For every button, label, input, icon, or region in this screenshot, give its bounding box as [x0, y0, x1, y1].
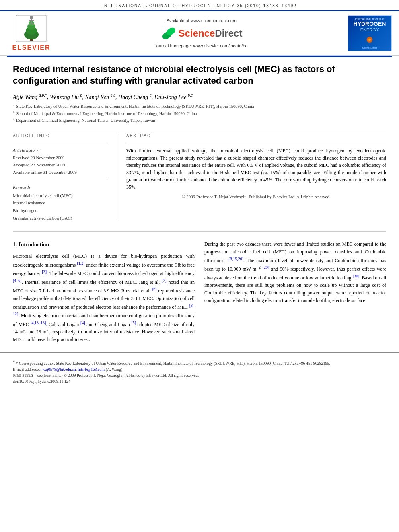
- affiliation-a: a State Key Laboratory of Urban Water Re…: [13, 103, 386, 110]
- keyword-4: Granular activated carbon (GAC): [13, 214, 109, 222]
- author-lee: Duu-Jong Lee: [154, 94, 187, 100]
- aff-sup-a: a: [13, 103, 14, 110]
- ref-minus2: −2: [256, 265, 261, 269]
- ref-5: [5]: [132, 320, 136, 325]
- hj-elsevier-tag: ScienceDirect: [362, 46, 377, 49]
- sciencedirect-leaf-icon: [161, 25, 177, 41]
- footer-inner: * * Corresponding author. State Key Labo…: [13, 356, 386, 384]
- article-history-items: Received 20 November 2009 Accepted 22 No…: [13, 154, 109, 176]
- section-1-num: 1.: [13, 242, 17, 248]
- author-wang: Aijie Wang: [13, 94, 37, 100]
- author-wang-sup: a,b,*: [39, 93, 47, 97]
- affiliation-b: b School of Municipal & Environmental En…: [13, 111, 386, 117]
- author-liu: Wenzong Liu: [50, 94, 79, 100]
- footer-corresponding: * * Corresponding author. State Key Labo…: [13, 359, 386, 366]
- body-content: 1. Introduction Microbial electrolysis c…: [0, 235, 399, 352]
- history-online: Available online 31 December 2009: [13, 169, 109, 176]
- keyword-1: Microbial electrolysis cell (MEC): [13, 192, 109, 199]
- abstract-copyright: © 2009 Professor T. Nejat Veziroglu. Pub…: [126, 194, 386, 200]
- footer-email-line: E-mail addresses: waj0578@hit.edu.cn, hi…: [13, 366, 386, 372]
- body-col-left: 1. Introduction Microbial electrolysis c…: [13, 240, 195, 346]
- elsevier-logo: ELSEVIER: [7, 14, 56, 52]
- hj-energy: ENERGY: [360, 27, 379, 33]
- history-accepted: Accepted 22 November 2009: [13, 162, 109, 169]
- hj-hydrogen: HYDROGEN: [354, 21, 386, 27]
- svg-point-6: [30, 16, 33, 19]
- hydrogen-journal-cover: International Journal of HYDROGEN ENERGY…: [348, 15, 392, 51]
- abstract-col: ABSTRACT With limited external applied v…: [117, 133, 386, 222]
- article-info-col: ARTICLE INFO Article history: Received 2…: [13, 133, 117, 222]
- ref-8-12: [8–12]: [13, 303, 195, 316]
- journal-header-text: INTERNATIONAL JOURNAL OF HYDROGEN ENERGY…: [102, 4, 297, 8]
- ref-6: [6]: [152, 287, 157, 291]
- journal-homepage-text: journal homepage: www.elsevier.com/locat…: [155, 43, 247, 49]
- email-link-1[interactable]: waj0578@hit.edu.cn: [42, 367, 76, 372]
- ref-7: [7]: [162, 278, 167, 283]
- keyword-2: Internal resistance: [13, 199, 109, 207]
- logo-area: ELSEVIER Available at www.sciencedirect.…: [0, 11, 399, 56]
- section-1-title: Introduction: [19, 242, 49, 248]
- keyword-3: Bio-hydrogen: [13, 207, 109, 214]
- hj-cover-graphic-icon: [358, 33, 382, 46]
- keywords-list: Microbial electrolysis cell (MEC) Intern…: [13, 192, 109, 222]
- two-col-body: 1. Introduction Microbial electrolysis c…: [13, 240, 386, 346]
- email-link-2[interactable]: hitsrb@163.com: [78, 367, 105, 372]
- divider-keywords: [13, 180, 109, 180]
- abstract-label: ABSTRACT: [126, 133, 386, 139]
- divider-abstract: [126, 143, 386, 143]
- section-1-heading: 1. Introduction: [13, 240, 195, 249]
- aff-sup-c: c: [13, 117, 14, 124]
- footer-doi: doi:10.1016/j.ijhydene.2009.11.124: [13, 378, 386, 384]
- authors-line: Aijie Wang a,b,*, Wenzong Liu b, Nanqi R…: [13, 92, 386, 101]
- author-lee-sup: b,c: [188, 93, 193, 97]
- author-cheng: Haoyi Cheng: [118, 94, 148, 100]
- sciencedirect-logo: ScienceDirect: [161, 25, 243, 41]
- author-liu-sup: b: [80, 93, 82, 97]
- aff-text-b: School of Municipal & Environmental Engi…: [16, 111, 197, 117]
- sciencedirect-wordmark: ScienceDirect: [179, 27, 243, 40]
- divider-1: [13, 129, 386, 129]
- svg-point-15: [368, 39, 371, 41]
- body-divider: [13, 231, 386, 232]
- keywords-label: Keywords:: [13, 184, 109, 190]
- footer-corresponding-text: * Corresponding author. State Key Labora…: [16, 361, 331, 366]
- corresponding-star: *: [13, 359, 15, 364]
- journal-header: INTERNATIONAL JOURNAL OF HYDROGEN ENERGY…: [0, 0, 399, 11]
- ref-4-6: [4–6]: [13, 278, 22, 283]
- article-info-label: ARTICLE INFO: [13, 133, 109, 139]
- article-title: Reduced internal resistance of microbial…: [13, 64, 386, 86]
- body-para-1: Microbial electrolysis cell (MEC) is a d…: [13, 253, 195, 343]
- author-ren-sup: a,b: [111, 93, 116, 97]
- ref-8-19-20: [8,19,20]: [228, 257, 243, 261]
- author-ren: Nanqi Ren: [85, 94, 109, 100]
- article-history-label: Article history:: [13, 147, 109, 153]
- ref-4b: [4]: [80, 320, 85, 325]
- ref-1-2: [1,2]: [77, 261, 84, 265]
- affiliation-c: c Department of Chemical Engineering, Na…: [13, 117, 386, 124]
- sciencedirect-available-text: Available at www.sciencedirect.com: [167, 18, 237, 24]
- ref-30: [30]: [353, 274, 360, 278]
- ref-3: [3]: [42, 269, 47, 274]
- sciencedirect-center: Available at www.sciencedirect.com Scien…: [56, 18, 348, 49]
- elsevier-tree-icon: [15, 14, 47, 43]
- footer-note: * * Corresponding author. State Key Labo…: [0, 352, 399, 388]
- footer-issn: 0360-3199/$ – see front matter © 2009 Pr…: [13, 372, 386, 378]
- page: INTERNATIONAL JOURNAL OF HYDROGEN ENERGY…: [0, 0, 399, 532]
- affiliations: a State Key Laboratory of Urban Water Re…: [13, 103, 386, 124]
- ref-4-13-18: [4,13–18]: [30, 320, 46, 325]
- author-cheng-sup: a: [150, 93, 152, 97]
- history-received: Received 20 November 2009: [13, 154, 109, 162]
- aff-text-c: Department of Chemical Engineering, Nati…: [16, 117, 155, 124]
- article-content: Reduced internal resistance of microbial…: [0, 57, 399, 228]
- article-meta: ARTICLE INFO Article history: Received 2…: [13, 133, 386, 222]
- abstract-text: With limited external applied voltage, t…: [126, 147, 386, 191]
- body-col-right: During the past two decades there were f…: [204, 240, 386, 346]
- body-para-2: During the past two decades there were f…: [204, 240, 386, 304]
- ref-29: [29]: [263, 265, 269, 269]
- aff-sup-b: b: [13, 111, 15, 117]
- aff-text-a: State Key Laboratory of Urban Water Reso…: [16, 103, 254, 110]
- divider-info: [13, 143, 109, 143]
- elsevier-wordmark: ELSEVIER: [12, 43, 50, 52]
